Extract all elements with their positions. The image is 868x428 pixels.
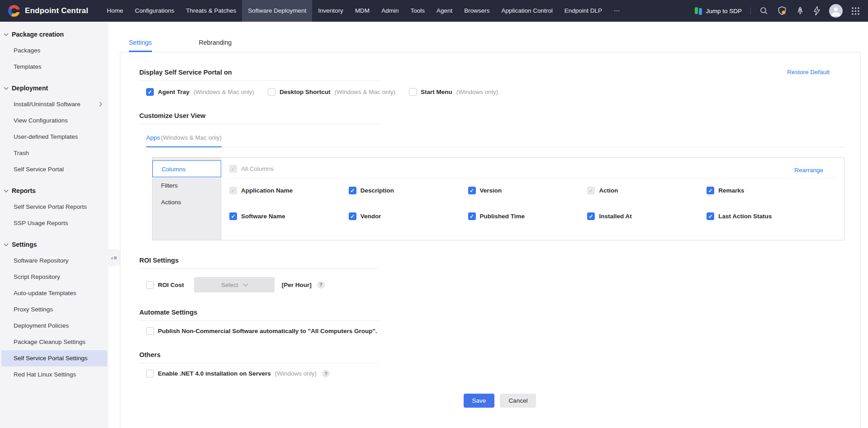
sidebar-item-self-service-portal-reports[interactable]: Self Service Portal Reports	[0, 199, 109, 215]
column-option-vendor[interactable]: Vendor	[349, 212, 468, 220]
sidebar-item-install-uninstall-software[interactable]: Install/Uninstall Software	[0, 96, 109, 113]
chevron-left-icon: ‹	[111, 254, 113, 261]
sidebar-item-script-repository[interactable]: Script Repository	[0, 269, 109, 285]
nav-item-tools[interactable]: Tools	[404, 0, 431, 22]
flash-icon[interactable]	[813, 6, 821, 15]
column-option-description[interactable]: Description	[349, 187, 468, 194]
columns-panel: ColumnsFiltersActions All Columns Rearra…	[152, 157, 844, 240]
columns-grid: Application NameDescriptionVersionAction…	[229, 187, 844, 220]
sidebar-item-software-repository[interactable]: Software Repository	[0, 253, 109, 269]
jump-to-sdp-button[interactable]: Jump to SDP	[695, 7, 742, 15]
column-option-published-time[interactable]: Published Time	[468, 212, 588, 220]
cancel-button[interactable]: Cancel	[500, 394, 536, 408]
tab-rebranding[interactable]: Rebranding	[199, 39, 232, 52]
menu-lines-icon: ≡	[114, 254, 117, 261]
sidebar-item-proxy-settings[interactable]: Proxy Settings	[0, 301, 109, 318]
sidebar-item-self-service-portal-settings[interactable]: Self Service Portal Settings	[1, 350, 107, 367]
software-name-checkbox[interactable]	[229, 212, 237, 220]
nav-item-home[interactable]: Home	[101, 0, 129, 22]
sidebar-item-label: Deployment Policies	[14, 322, 69, 329]
option-publish-noncommercial[interactable]: Publish Non-Commercial Software automati…	[146, 327, 377, 335]
description-checkbox[interactable]	[349, 187, 356, 194]
publish-noncommercial-checkbox[interactable]	[146, 327, 154, 335]
sidebar-item-self-service-portal[interactable]: Self Service Portal	[0, 161, 109, 178]
nav-item-endpoint-dlp[interactable]: Endpoint DLP	[559, 0, 608, 22]
sidebar-item-deployment-policies[interactable]: Deployment Policies	[0, 318, 109, 334]
nav-item-mdm[interactable]: MDM	[349, 0, 375, 22]
sidebar-item-packages[interactable]: Packages	[0, 42, 109, 59]
roi-cost-checkbox[interactable]	[146, 281, 154, 289]
tab-apps[interactable]: Apps (Windows & Mac only)	[146, 134, 222, 147]
panel-divider	[229, 178, 837, 179]
installed-at-checkbox[interactable]	[587, 212, 595, 220]
column-option-software-name[interactable]: Software Name	[229, 212, 349, 220]
sidebar-item-auto-update-templates[interactable]: Auto-update Templates	[0, 285, 109, 301]
enable-dotnet-checkbox[interactable]	[146, 370, 154, 377]
nav-item-browsers[interactable]: Browsers	[458, 0, 495, 22]
last-action-status-checkbox[interactable]	[707, 212, 714, 220]
published-time-checkbox[interactable]	[468, 212, 476, 220]
remarks-checkbox[interactable]	[707, 187, 714, 194]
sidebar-collapse-toggle[interactable]: ‹≡	[108, 249, 120, 266]
tab-settings[interactable]: Settings	[129, 39, 152, 52]
tab-apps-label: Apps	[146, 134, 160, 141]
roi-cost-select[interactable]: Select	[194, 277, 275, 292]
save-button[interactable]: Save	[464, 394, 495, 408]
column-label: Software Name	[241, 213, 285, 220]
user-avatar[interactable]	[829, 4, 843, 18]
option-start-menu[interactable]: Start Menu(Windows only)	[409, 88, 498, 96]
restore-default-link[interactable]: Restore Default	[787, 69, 830, 75]
rocket-icon[interactable]	[796, 6, 805, 15]
nav-item-agent[interactable]: Agent	[431, 0, 458, 22]
shield-alert-icon[interactable]	[777, 6, 787, 16]
app-grid-icon[interactable]	[851, 7, 860, 15]
brand[interactable]: Endpoint Central	[0, 5, 101, 17]
sidebar-item-package-cleanup-settings[interactable]: Package Cleanup Settings	[0, 334, 109, 350]
option-agent-tray[interactable]: Agent Tray(Windows & Mac only)	[146, 88, 254, 96]
sidebar-item-label: Templates	[14, 63, 42, 70]
nav-item-application-control[interactable]: Application Control	[495, 0, 558, 22]
dotnet-help-icon[interactable]: ?	[322, 370, 330, 377]
nav-item-software-deployment[interactable]: Software Deployment	[242, 0, 312, 22]
column-label: Version	[480, 187, 502, 194]
panel-tab-actions[interactable]: Actions	[152, 194, 221, 211]
nav-item-threats-patches[interactable]: Threats & Patches	[180, 0, 242, 22]
sidebar: Package creationPackagesTemplatesDeploym…	[0, 22, 109, 428]
sidebar-item-templates[interactable]: Templates	[0, 59, 109, 75]
sidebar-section-title-package-creation[interactable]: Package creation	[0, 26, 109, 42]
application-name-checkbox	[229, 187, 237, 194]
start-menu-checkbox[interactable]	[409, 88, 417, 96]
column-option-remarks[interactable]: Remarks	[707, 187, 826, 194]
column-option-last-action-status[interactable]: Last Action Status	[707, 212, 826, 220]
sidebar-section-title-settings[interactable]: Settings	[0, 236, 109, 253]
nav-item-inventory[interactable]: Inventory	[312, 0, 349, 22]
sidebar-section-title-reports[interactable]: Reports	[0, 183, 109, 199]
top-navbar: Endpoint Central HomeConfigurationsThrea…	[0, 0, 868, 22]
option-enable-dotnet[interactable]: Enable .NET 4.0 installation on Servers …	[146, 370, 317, 377]
sidebar-item-ssp-usage-reports[interactable]: SSP Usage Reports	[0, 215, 109, 231]
nav-item-configurations[interactable]: Configurations	[129, 0, 180, 22]
column-option-installed-at[interactable]: Installed At	[587, 212, 707, 220]
section-title-roi: ROI Settings	[139, 257, 379, 269]
sidebar-item-trash[interactable]: Trash	[0, 145, 109, 161]
desktop-shortcut-checkbox[interactable]	[268, 88, 275, 96]
others-row: Enable .NET 4.0 installation on Servers …	[146, 370, 860, 377]
panel-tab-columns[interactable]: Columns	[152, 160, 221, 177]
column-option-version[interactable]: Version	[468, 187, 588, 194]
roi-help-icon[interactable]: ?	[317, 281, 325, 289]
sidebar-item-user-defined-templates[interactable]: User-defined Templates	[0, 129, 109, 145]
sidebar-item-red-hat-linux-settings[interactable]: Red Hat Linux Settings	[0, 367, 109, 383]
agent-tray-checkbox[interactable]	[146, 88, 154, 96]
sidebar-item-view-configurations[interactable]: View Configurations	[0, 113, 109, 129]
version-checkbox[interactable]	[468, 187, 476, 194]
nav-item-admin[interactable]: Admin	[375, 0, 404, 22]
option-roi-cost[interactable]: ROI Cost	[146, 281, 184, 289]
sidebar-section-title-deployment[interactable]: Deployment	[0, 80, 109, 96]
jump-to-sdp-label: Jump to SDP	[706, 8, 742, 14]
option-desktop-shortcut[interactable]: Desktop Shortcut(Windows & Mac only)	[268, 88, 395, 96]
panel-tab-filters[interactable]: Filters	[152, 177, 221, 194]
nav-item-more[interactable]: ⋯	[608, 0, 626, 22]
search-icon[interactable]	[759, 6, 768, 15]
rearrange-link[interactable]: Rearrange	[794, 167, 823, 174]
vendor-checkbox[interactable]	[349, 212, 356, 220]
